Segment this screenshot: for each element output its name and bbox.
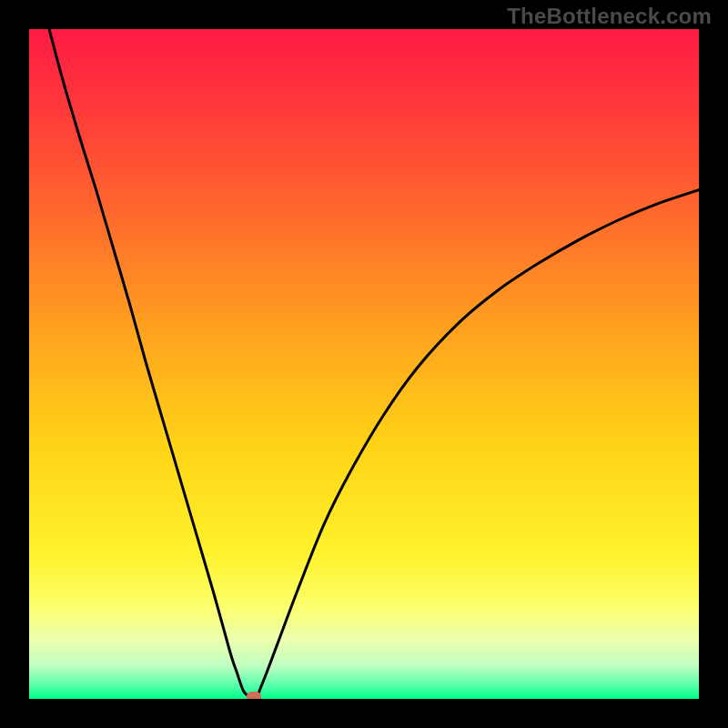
watermark-text: TheBottleneck.com	[507, 4, 712, 29]
chart-frame: TheBottleneck.com	[0, 0, 728, 728]
background-gradient	[29, 29, 699, 699]
plot-area	[29, 29, 699, 699]
bottleneck-marker	[247, 692, 261, 699]
svg-rect-0	[29, 29, 699, 699]
